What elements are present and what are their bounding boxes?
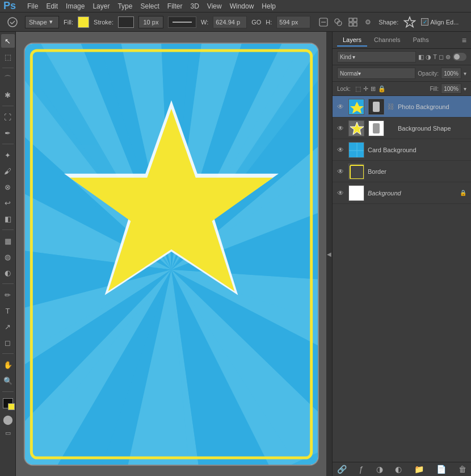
type-tool[interactable]: T <box>1 304 15 318</box>
menu-help[interactable]: Help <box>262 2 276 10</box>
panel-content: Layers Channels Paths ≡ Kind ▾ ◧ ◑ T ◻ ⊛ <box>333 32 471 476</box>
fill-label: Fill: <box>430 86 439 92</box>
stroke-color-swatch[interactable] <box>118 16 134 28</box>
toolbar-separator-5 <box>2 283 14 284</box>
foreground-color[interactable] <box>3 398 13 408</box>
menu-edit[interactable]: Edit <box>46 2 58 10</box>
layer-item-photo-background[interactable]: 👁 ⛓ Photo Background <box>333 96 471 118</box>
brush-tool[interactable]: 🖌 <box>1 164 15 178</box>
healing-tool[interactable]: ✦ <box>1 148 15 162</box>
hand-tool[interactable]: ✋ <box>1 358 15 371</box>
menu-file[interactable]: File <box>27 2 38 10</box>
lock-position-icon[interactable]: ✛ <box>363 85 368 93</box>
toolbar-separator-7 <box>2 391 14 392</box>
settings-icon[interactable]: ⚙ <box>361 16 374 28</box>
new-layer-btn[interactable]: 📄 <box>436 465 446 474</box>
path-ops-icon[interactable] <box>332 16 344 28</box>
move-tool[interactable]: ↖ <box>1 34 15 48</box>
layer-visibility-photo-background[interactable]: 👁 <box>337 103 345 111</box>
crop-tool[interactable]: ⛶ <box>1 110 15 124</box>
lock-artboard-icon[interactable]: ⊞ <box>371 85 376 93</box>
fill-arrow[interactable]: ▾ <box>464 86 466 92</box>
fill-color-swatch[interactable] <box>78 16 89 28</box>
new-adjustment-btn[interactable]: ◐ <box>395 465 402 474</box>
svg-point-0 <box>8 18 17 27</box>
menu-image[interactable]: Image <box>66 2 85 10</box>
tab-paths[interactable]: Paths <box>407 34 435 47</box>
gradient-tool[interactable]: ▦ <box>1 234 15 248</box>
menu-3d[interactable]: 3D <box>191 2 199 10</box>
layer-item-background[interactable]: 👁 Background 🔒 <box>333 182 471 204</box>
lasso-tool[interactable]: ⌒ <box>1 72 15 86</box>
eraser-tool[interactable]: ◧ <box>1 212 15 226</box>
stamp-tool[interactable]: ⊗ <box>1 180 15 194</box>
width-value[interactable]: 624.94 p <box>213 16 247 28</box>
filter-type-icon[interactable]: T <box>433 53 437 61</box>
blur-tool[interactable]: ◍ <box>1 250 15 264</box>
layer-visibility-card-background[interactable]: 👁 <box>337 146 345 154</box>
go-label[interactable]: GO <box>251 19 261 26</box>
menu-view[interactable]: View <box>207 2 222 10</box>
eyedropper-tool[interactable]: ✒ <box>1 126 15 140</box>
layer-visibility-background[interactable]: 👁 <box>337 189 345 197</box>
fill-value[interactable]: 100% <box>441 83 461 94</box>
pen-tool[interactable]: ✏ <box>1 288 15 302</box>
layer-thumb-background <box>348 185 364 201</box>
layer-item-border[interactable]: 👁 Border <box>333 161 471 182</box>
dash-style-selector[interactable] <box>168 16 196 28</box>
kind-dropdown[interactable]: Kind ▾ <box>337 51 416 62</box>
align-edges-checkbox[interactable]: ✓ Align Ed... <box>421 18 459 26</box>
star-shape-button[interactable] <box>403 15 417 29</box>
tool-preset-icon[interactable] <box>5 14 20 30</box>
opacity-label: Opacity: <box>418 70 439 77</box>
shape-tool[interactable]: ◻ <box>1 336 15 349</box>
layer-mask-background-shape <box>368 120 384 136</box>
filter-adjust-icon[interactable]: ◑ <box>426 53 431 61</box>
layer-fx-btn[interactable]: ƒ <box>359 465 364 474</box>
dodge-tool[interactable]: ◐ <box>1 266 15 279</box>
menu-type[interactable]: Type <box>117 2 132 10</box>
menu-window[interactable]: Window <box>230 2 254 10</box>
layer-item-card-background[interactable]: 👁 Card Background <box>333 139 471 161</box>
screen-mode-btn[interactable]: ▭ <box>5 429 11 437</box>
svg-rect-6 <box>349 18 352 22</box>
opacity-arrow[interactable]: ▾ <box>464 70 466 77</box>
link-layers-btn[interactable]: 🔗 <box>337 465 347 474</box>
delete-layer-btn[interactable]: 🗑 <box>459 465 466 474</box>
align-icon[interactable] <box>317 16 330 28</box>
tab-channels[interactable]: Channels <box>368 34 406 47</box>
menu-layer[interactable]: Layer <box>92 2 110 10</box>
lock-all-icon[interactable]: 🔒 <box>378 85 386 93</box>
panel-menu-button[interactable]: ≡ <box>462 36 466 45</box>
shape-type-dropdown[interactable]: Shape ▾ <box>25 16 59 28</box>
add-mask-btn[interactable]: ◑ <box>376 465 383 474</box>
quick-mask-btn[interactable]: ⬤ <box>3 414 13 425</box>
background-color[interactable] <box>8 403 15 410</box>
filter-smart-icon[interactable]: ⊛ <box>445 53 451 61</box>
select-tool[interactable]: ⬚ <box>1 50 15 64</box>
tab-layers[interactable]: Layers <box>337 34 367 47</box>
filter-shape-icon[interactable]: ◻ <box>439 53 444 61</box>
menu-select[interactable]: Select <box>140 2 159 10</box>
svg-marker-10 <box>405 17 415 27</box>
stroke-size-input[interactable]: 10 px <box>138 16 163 28</box>
new-group-btn[interactable]: 📁 <box>414 465 424 474</box>
path-select-tool[interactable]: ↗ <box>1 320 15 333</box>
zoom-tool[interactable]: 🔍 <box>1 374 15 387</box>
filter-pixel-icon[interactable]: ◧ <box>418 53 424 61</box>
layer-item-background-shape[interactable]: 👁 ⛓ Background Shape <box>333 118 471 139</box>
layer-chain-background-shape: ⛓ <box>388 124 394 132</box>
layer-visibility-background-shape[interactable]: 👁 <box>337 124 345 132</box>
arrange-icon[interactable] <box>347 16 359 28</box>
lock-pixel-icon[interactable]: ⬚ <box>355 85 361 93</box>
panel-collapse-btn[interactable]: ◀ <box>326 32 332 476</box>
layer-thumb-card-background <box>348 142 364 158</box>
quick-select-tool[interactable]: ✱ <box>1 88 15 102</box>
filter-toggle[interactable] <box>453 53 466 61</box>
opacity-value[interactable]: 100% <box>441 68 461 79</box>
menu-filter[interactable]: Filter <box>167 2 183 10</box>
height-value[interactable]: 594 px <box>276 16 310 28</box>
history-brush-tool[interactable]: ↩ <box>1 196 15 210</box>
layer-visibility-border[interactable]: 👁 <box>337 168 345 176</box>
blend-mode-dropdown[interactable]: Normal ▾ <box>337 68 415 79</box>
